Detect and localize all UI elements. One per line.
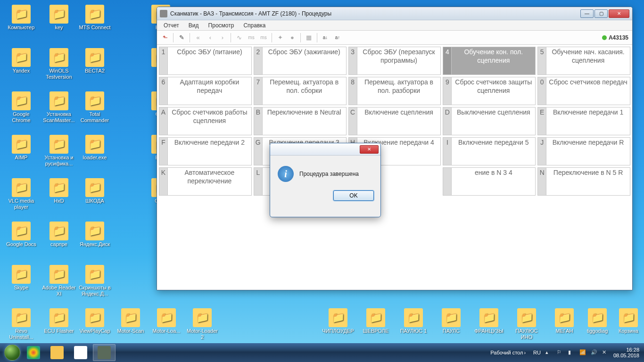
battery-icon[interactable]: ▮	[568, 349, 575, 356]
desktop-icon[interactable]: 📁Google Docs	[4, 222, 39, 247]
desktop-icon[interactable]: 📁ViewPlayCap	[77, 308, 112, 334]
window-icon[interactable]: ▦	[304, 33, 314, 43]
dialog-ok-button[interactable]: OK	[333, 190, 374, 201]
x3-icon[interactable]: ✕	[602, 349, 609, 356]
tray-up-icon[interactable]: ▴	[545, 349, 552, 356]
procedure-cell[interactable]: 9Сброс счетчиков защиты сцепления	[443, 77, 536, 105]
desktop-icon[interactable]: 📁Компьютер	[4, 5, 39, 31]
cell-key: 4	[443, 47, 452, 74]
procedure-cell[interactable]: JВключение передачи R	[537, 137, 630, 165]
procedure-cell[interactable]: 6Адаптация коробки передач	[159, 77, 252, 105]
start-button[interactable]	[3, 343, 22, 362]
desktop-icon[interactable]: 📁ECU Flasher	[41, 308, 76, 334]
language-indicator[interactable]: RU	[533, 350, 541, 355]
titlebar[interactable]: Сканматик - ВАЗ - Трансмиссия - AMT ZF (…	[157, 7, 632, 20]
desktop-icon[interactable]: 📁AIMP	[4, 135, 39, 161]
procedure-cell[interactable]: EВключение передачи 1	[537, 107, 630, 135]
sort-up-icon[interactable]: a↑	[332, 33, 343, 43]
menu-preview[interactable]: Просмотр	[204, 21, 239, 30]
desktop-icon[interactable]: 📁ПАУЛЮС ИНО	[509, 308, 544, 340]
cell-key: J	[538, 138, 546, 165]
next-icon[interactable]: ›	[217, 33, 228, 43]
desktop-icon[interactable]: 📁Total Commander	[77, 91, 112, 123]
prev-icon[interactable]: ‹	[205, 33, 215, 43]
desktop-icon[interactable]: 📁ЧИПЛОУДЕР	[321, 308, 355, 334]
procedure-cell[interactable]: IВключение передачи 5	[443, 137, 536, 165]
procedure-cell[interactable]: AСброс счетчиков работы сцепления	[159, 107, 252, 135]
desktop-icon[interactable]: 📁VLC media player	[4, 178, 39, 210]
menu-report[interactable]: Отчет	[159, 21, 184, 30]
ms2-icon[interactable]: ms	[258, 33, 269, 43]
desktop-icon[interactable]: 📁Motor-Scan	[113, 308, 148, 334]
flag-icon[interactable]: ⚐	[557, 349, 563, 356]
taskbar-chrome[interactable]	[22, 344, 45, 361]
procedure-cell[interactable]: KАвтоматическое переключение	[159, 167, 252, 196]
procedure-cell[interactable]: FВключение передачи 2	[159, 137, 252, 165]
desktop-icon[interactable]: 📁Установка ScanMaster...	[41, 91, 76, 123]
desktop-icon[interactable]: 📁ФРАНЦУЗЫ	[471, 308, 506, 334]
clock[interactable]: 16:28 08.05.2018	[613, 347, 639, 358]
procedure-cell[interactable]: CВключение сцепления	[348, 107, 441, 135]
menu-help[interactable]: Справка	[239, 21, 270, 30]
desktop-icon[interactable]: 📁key	[41, 5, 76, 31]
procedure-cell[interactable]: ение в N 3 4	[443, 167, 536, 196]
taskbar-scanmatic[interactable]	[93, 344, 116, 361]
procedure-cell[interactable]: 1Сброс ЭБУ (питание)	[159, 47, 252, 75]
procedure-cell[interactable]: DВыключение сцепления	[443, 107, 536, 135]
volume-icon[interactable]: 🔊	[591, 349, 597, 356]
plus-icon[interactable]: ✦	[275, 33, 285, 43]
desktop-icon[interactable]: 📁Skype	[4, 265, 39, 291]
dialog-titlebar[interactable]: ✕	[270, 143, 380, 156]
procedure-cell[interactable]: 0Сброс счетчиков передач	[537, 77, 630, 105]
desktop-icon[interactable]: 📁МЕГАН	[547, 308, 582, 334]
desktop-icon[interactable]: 📁Yandex	[4, 48, 39, 74]
procedure-cell[interactable]: 5Обучение нач. касания. сцепления	[537, 47, 630, 75]
desktop-icon[interactable]: 📁Корзина	[611, 308, 644, 334]
desktop-icon[interactable]: 📁Motor-Loader 2	[185, 308, 220, 340]
desktop-icon[interactable]: 📁ШКОДА	[77, 178, 112, 204]
desktop-icon[interactable]: 📁Google Chrome	[4, 91, 39, 123]
desktop-icon[interactable]: 📁WinOLS Testversion	[41, 48, 76, 80]
icon-label: Компьютер	[4, 25, 39, 31]
procedure-cell[interactable]: 8Перемещ. актуатора в пол. разборки	[348, 77, 441, 105]
dialog-close-button[interactable]: ✕	[360, 145, 379, 154]
taskbar-explorer[interactable]	[46, 344, 68, 361]
desktop-icon[interactable]: 📁loader.exe	[77, 135, 112, 161]
desktop-icon[interactable]: 📁Скриншоты в Яндекс.Д...	[77, 265, 112, 296]
wave-icon[interactable]: ∿	[234, 33, 244, 43]
folder-icon: 📁	[404, 308, 423, 327]
desktop-icon[interactable]: 📁HxD	[41, 178, 76, 204]
desktop-icon[interactable]: 📁Установка и русифика...	[41, 135, 76, 166]
sort-down-icon[interactable]: a↓	[320, 33, 330, 43]
desktop-icon[interactable]: 📁Adobe Reader XI	[41, 265, 76, 296]
back-icon[interactable]: ⬑	[160, 33, 170, 43]
procedure-cell[interactable]: NПереключение в N 5 R	[537, 167, 630, 196]
network-icon[interactable]: 📶	[579, 349, 586, 356]
desktop-icon[interactable]: 📁ПАУЛС	[434, 308, 469, 334]
desktop-icon[interactable]: 📁Motor-Loa...	[149, 308, 184, 334]
first-icon[interactable]: «	[193, 33, 203, 43]
ms-icon[interactable]: ms	[246, 33, 256, 43]
menu-view[interactable]: Вид	[184, 21, 204, 30]
procedure-cell[interactable]: 4Обучение кон. пол. сцепления	[443, 47, 536, 75]
desktop-icon[interactable]: 📁MTS Connect	[77, 5, 112, 31]
desktop-icon[interactable]: 📁ШЕВРОЛЕ	[358, 308, 393, 334]
desktop-icon[interactable]: 📁Яндекс.Диск	[77, 222, 112, 247]
maximize-button[interactable]: ▢	[594, 9, 608, 18]
taskbar-yandex[interactable]	[69, 344, 92, 361]
close-button[interactable]: ✕	[609, 9, 629, 18]
show-desktop-button[interactable]: Рабочий стол ›	[487, 350, 528, 355]
desktop-icon[interactable]: 📁tiggodiag	[580, 308, 615, 334]
procedure-cell[interactable]: 7Перемещ. актуатора в пол. сборки	[254, 77, 347, 105]
procedure-cell[interactable]: BПереключение в Neutral	[254, 107, 347, 135]
desktop-icon[interactable]: 📁Revo Uninstall...	[4, 308, 39, 340]
desktop-icon[interactable]: 📁сарпре	[41, 222, 76, 247]
minimize-button[interactable]: —	[580, 9, 594, 18]
procedure-cell[interactable]: 3Сброс ЭБУ (перезапуск программы)	[348, 47, 441, 75]
procedure-cell[interactable]: 2Сброс ЭБУ (зажигание)	[254, 47, 347, 75]
desktop-icon[interactable]: 📁ВЕСТА2	[77, 48, 112, 74]
desktop-icon[interactable]: 📁ПАУЛЮС 1	[396, 308, 431, 334]
record-icon[interactable]: ●	[287, 33, 297, 43]
desktop: 📁Компьютер📁key📁MTS Connect📁Help📁Yandex📁W…	[0, 0, 644, 362]
edit-icon[interactable]: ✎	[176, 33, 187, 43]
